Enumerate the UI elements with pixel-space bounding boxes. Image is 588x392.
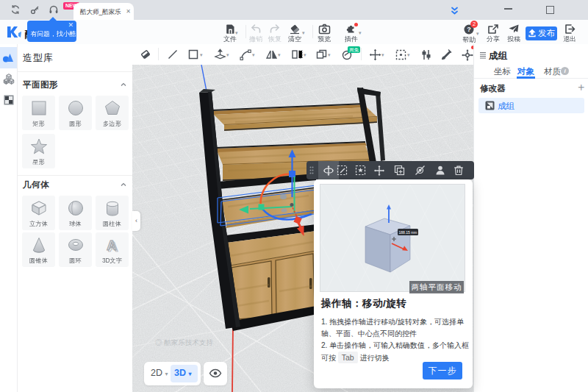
svg-text:188.15 mm: 188.15 mm: [398, 230, 417, 235]
svg-text:A: A: [108, 239, 118, 254]
svg-text:?: ?: [467, 26, 471, 33]
